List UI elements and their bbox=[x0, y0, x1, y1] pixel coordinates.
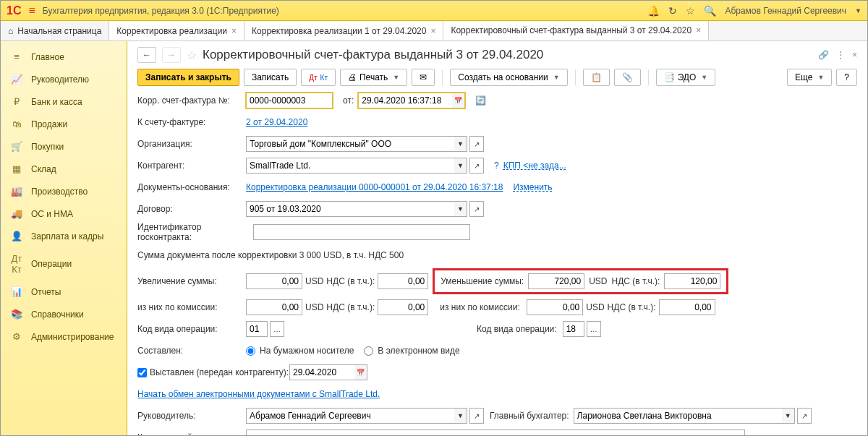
number-input[interactable] bbox=[246, 93, 333, 108]
sidebar-label: Банк и касса bbox=[31, 97, 82, 107]
open-button[interactable]: ↗ bbox=[797, 408, 812, 424]
mail-button[interactable]: ✉ bbox=[412, 69, 435, 86]
forward-button[interactable]: → bbox=[162, 47, 181, 63]
close-page-icon[interactable]: × bbox=[852, 50, 857, 60]
history-icon[interactable]: ↻ bbox=[668, 5, 677, 17]
sidebar-item[interactable]: 🚚ОС и НМА bbox=[1, 202, 127, 225]
commission-amount-l-input[interactable] bbox=[246, 299, 302, 315]
sidebar-item[interactable]: 📈Руководителю bbox=[1, 68, 127, 90]
refresh-icon[interactable]: 🔄 bbox=[475, 95, 486, 106]
tab-3[interactable]: Корректировочный счет-фактура выданный 3… bbox=[443, 21, 709, 40]
decrease-vat-input[interactable] bbox=[664, 273, 720, 289]
back-button[interactable]: ← bbox=[137, 47, 156, 63]
open-button[interactable]: ↗ bbox=[469, 201, 484, 217]
increase-amount-input[interactable] bbox=[246, 273, 302, 289]
tab-2[interactable]: Корректировка реализации 1 от 29.04.2020… bbox=[244, 21, 443, 40]
save-button[interactable]: Записать bbox=[244, 69, 297, 86]
menu-icon[interactable]: ≡ bbox=[28, 4, 35, 17]
edo-start-link[interactable]: Начать обмен электронными документами с … bbox=[137, 389, 380, 399]
issued-checkbox[interactable] bbox=[137, 368, 147, 377]
tab-3-label: Корректировочный счет-фактура выданный 3… bbox=[451, 25, 692, 35]
sidebar-label: Отчеты bbox=[31, 287, 61, 297]
sidebar-label: Руководителю bbox=[31, 74, 89, 85]
attach-button[interactable]: 📎 bbox=[614, 69, 641, 86]
sidebar-label: Покупки bbox=[31, 142, 64, 152]
bell-icon[interactable]: 🔔 bbox=[647, 5, 660, 17]
op-code-left-input[interactable] bbox=[246, 321, 268, 337]
sidebar-item[interactable]: ≡Главное bbox=[1, 46, 127, 68]
sidebar-item[interactable]: 🏭Производство bbox=[1, 180, 127, 202]
open-button[interactable]: ↗ bbox=[469, 408, 484, 424]
increase-label: Увеличение суммы: bbox=[137, 276, 246, 286]
contract-input[interactable] bbox=[246, 201, 454, 217]
calendar-icon[interactable]: 📅 bbox=[452, 93, 465, 108]
open-button[interactable]: ↗ bbox=[469, 136, 484, 152]
sidebar-icon: ⚙ bbox=[11, 331, 22, 342]
change-link[interactable]: Изменить bbox=[513, 182, 552, 192]
star-icon[interactable]: ☆ bbox=[686, 5, 695, 17]
issued-date-input[interactable] bbox=[289, 364, 354, 380]
electronic-radio[interactable] bbox=[364, 346, 373, 356]
sidebar-item[interactable]: ▦Склад bbox=[1, 158, 127, 180]
calendar-icon[interactable]: 📅 bbox=[354, 364, 367, 380]
user-name[interactable]: Абрамов Геннадий Сергеевич bbox=[725, 6, 846, 16]
sidebar-label: Администрирование bbox=[31, 332, 114, 342]
increase-vat-input[interactable] bbox=[378, 273, 428, 289]
sidebar-item[interactable]: 📚Справочники bbox=[1, 303, 127, 325]
more-menu-icon[interactable]: ⋮ bbox=[836, 50, 845, 60]
gos-id-input[interactable] bbox=[253, 224, 470, 240]
sidebar-item[interactable]: 🛒Покупки bbox=[1, 135, 127, 158]
docs-base-link[interactable]: Корректировка реализации 0000-000001 от … bbox=[246, 182, 503, 192]
select-button[interactable]: … bbox=[587, 321, 601, 337]
kpp-link[interactable]: КПП <не зада... bbox=[503, 161, 566, 171]
open-button[interactable]: ↗ bbox=[469, 158, 484, 174]
select-button[interactable]: … bbox=[270, 321, 284, 337]
accountant-input[interactable] bbox=[574, 408, 782, 424]
sidebar-item[interactable]: 📊Отчеты bbox=[1, 281, 127, 303]
to-invoice-link[interactable]: 2 от 29.04.2020 bbox=[246, 117, 307, 127]
close-icon[interactable]: × bbox=[430, 26, 435, 36]
comment-input[interactable] bbox=[246, 429, 745, 435]
vat-label: НДС (в т.ч.): bbox=[326, 276, 375, 286]
search-icon[interactable]: 🔍 bbox=[704, 5, 716, 17]
favorite-icon[interactable]: ☆ bbox=[187, 48, 197, 62]
sidebar-item[interactable]: Дт КтОперации bbox=[1, 247, 127, 281]
comment-label: Комментарий: bbox=[137, 432, 246, 435]
toolbar: Записать и закрыть Записать ДтКт 🖨 Печат… bbox=[137, 69, 857, 86]
register-button[interactable]: 📋 bbox=[583, 69, 610, 86]
user-dropdown-icon[interactable]: ▼ bbox=[855, 7, 861, 14]
save-close-button[interactable]: Записать и закрыть bbox=[137, 69, 239, 86]
dtkt-button[interactable]: ДтКт bbox=[301, 69, 336, 86]
close-icon[interactable]: × bbox=[696, 25, 701, 35]
commission-vat-r-input[interactable] bbox=[659, 299, 715, 315]
tab-1-label: Корректировка реализации bbox=[116, 26, 227, 36]
help-button[interactable]: ? bbox=[836, 69, 857, 86]
dropdown-icon[interactable]: ▼ bbox=[782, 408, 795, 424]
sidebar-item[interactable]: 🛍Продажи bbox=[1, 113, 127, 135]
decrease-amount-input[interactable] bbox=[528, 273, 584, 289]
dropdown-icon[interactable]: ▼ bbox=[454, 408, 467, 424]
tab-home[interactable]: ⌂ Начальная страница bbox=[1, 21, 109, 40]
commission-amount-r-input[interactable] bbox=[527, 299, 583, 315]
sidebar-item[interactable]: ⚙Администрирование bbox=[1, 325, 127, 348]
edo-button[interactable]: 📑 ЭДО▼ bbox=[656, 69, 716, 86]
tab-1[interactable]: Корректировка реализации × bbox=[109, 21, 244, 40]
date-input[interactable] bbox=[358, 93, 452, 108]
help-icon[interactable]: ? bbox=[494, 161, 499, 171]
manager-input[interactable] bbox=[246, 408, 454, 424]
sidebar-item[interactable]: ₽Банк и касса bbox=[1, 90, 127, 113]
create-based-button[interactable]: Создать на основании▼ bbox=[450, 69, 567, 86]
link-icon[interactable]: 🔗 bbox=[818, 50, 829, 60]
dropdown-icon[interactable]: ▼ bbox=[454, 201, 467, 217]
commission-vat-l-input[interactable] bbox=[378, 299, 428, 315]
sidebar-item[interactable]: 👤Зарплата и кадры bbox=[1, 225, 127, 247]
dropdown-icon[interactable]: ▼ bbox=[454, 158, 467, 174]
dropdown-icon[interactable]: ▼ bbox=[454, 136, 467, 152]
counterparty-input[interactable] bbox=[246, 158, 454, 174]
print-button[interactable]: 🖨 Печать▼ bbox=[340, 69, 407, 86]
more-button[interactable]: Еще▼ bbox=[787, 69, 832, 86]
org-input[interactable] bbox=[246, 136, 454, 152]
paper-radio[interactable] bbox=[246, 346, 255, 356]
close-icon[interactable]: × bbox=[231, 26, 237, 36]
op-code-right-input[interactable] bbox=[563, 321, 584, 337]
